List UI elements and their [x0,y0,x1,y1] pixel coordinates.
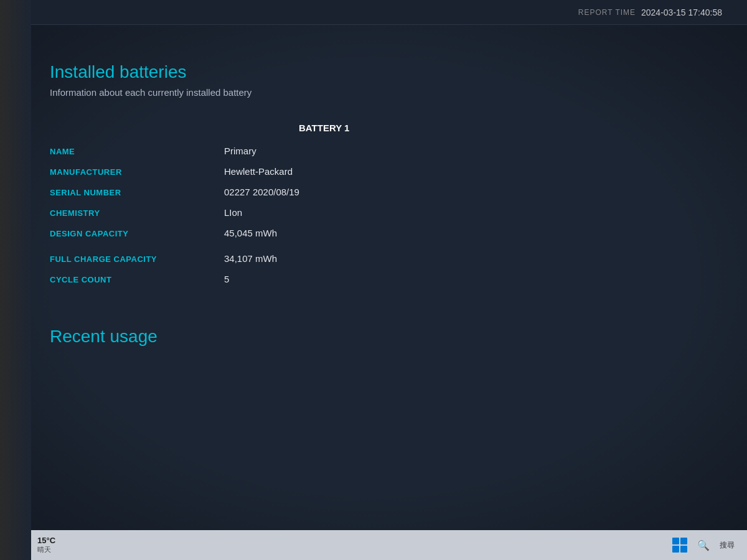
report-time-label: REPORT TIME [578,8,636,17]
weather-desc: 晴天 [37,545,55,554]
table-row-design-capacity: DESIGN CAPACITY 45,045 mWh [50,223,486,243]
search-label: 搜尋 [720,540,735,551]
top-bar: REPORT TIME 2024-03-15 17:40:58 [0,0,747,25]
windows-logo-icon[interactable] [672,538,687,553]
label-design-capacity: DESIGN CAPACITY [50,228,224,238]
installed-batteries-subtitle: Information about each currently install… [50,87,697,98]
left-bezel [0,0,31,560]
windows-logo-tr [680,538,687,544]
value-design-capacity: 45,045 mWh [224,228,411,238]
table-row-chemistry: CHEMISTRY LIon [50,202,486,223]
table-row-full-charge: FULL CHARGE CAPACITY 34,107 mWh [50,248,486,269]
weather-temp: 15°C [37,536,55,545]
label-cycle-count: CYCLE COUNT [50,274,224,284]
taskbar-right: 🔍 搜尋 [672,538,735,553]
battery-header-row: BATTERY 1 [50,123,486,133]
main-content: Installed batteries Information about ea… [0,25,747,530]
windows-logo-tl [672,538,679,544]
label-full-charge: FULL CHARGE CAPACITY [50,253,224,264]
battery-1-header: BATTERY 1 [299,123,486,133]
label-name: NAME [50,146,224,156]
value-manufacturer: Hewlett-Packard [224,166,411,177]
value-cycle-count: 5 [224,274,411,284]
report-date-value: 2024-03-15 17:40:58 [641,7,722,17]
battery-table: BATTERY 1 NAME Primary MANUFACTURER Hewl… [50,123,486,289]
screen-wrapper: REPORT TIME 2024-03-15 17:40:58 Installe… [0,0,747,560]
content-inner: Installed batteries Information about ea… [50,62,697,347]
weather-info: 15°C 晴天 [37,536,55,554]
table-row-cycle-count: CYCLE COUNT 5 [50,269,486,289]
label-chemistry: CHEMISTRY [50,207,224,218]
table-row-serial: SERIAL NUMBER 02227 2020/08/19 [50,182,486,202]
table-row-name: NAME Primary [50,141,486,161]
table-row-manufacturer: MANUFACTURER Hewlett-Packard [50,161,486,182]
value-full-charge: 34,107 mWh [224,253,411,264]
taskbar: 15°C 晴天 🔍 搜尋 [0,530,747,560]
search-icon[interactable]: 🔍 [697,539,710,551]
installed-batteries-title: Installed batteries [50,62,697,82]
value-name: Primary [224,146,411,156]
windows-logo-br [680,546,687,553]
value-serial: 02227 2020/08/19 [224,187,411,197]
label-manufacturer: MANUFACTURER [50,166,224,177]
recent-usage-title: Recent usage [50,327,697,347]
value-chemistry: LIon [224,207,411,218]
label-serial: SERIAL NUMBER [50,187,224,197]
windows-logo-bl [672,546,679,553]
